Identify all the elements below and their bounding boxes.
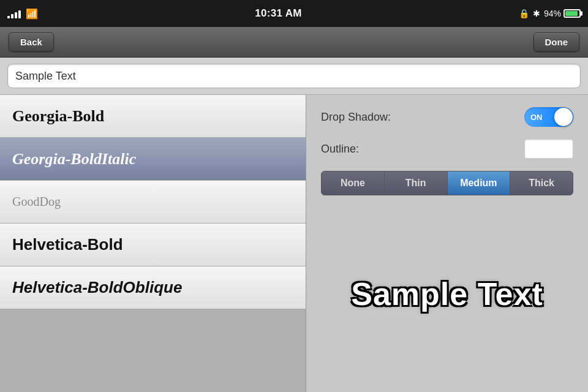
font-item-label: GoodDog <box>12 195 61 209</box>
wifi-icon: 📶 <box>26 8 38 20</box>
font-item-label: Helvetica-BoldOblique <box>12 278 182 297</box>
toggle-knob <box>554 108 573 126</box>
text-input-bar <box>0 58 588 95</box>
font-list: Georgia-Bold Georgia-BoldItalic GoodDog … <box>0 95 306 392</box>
signal-bar-1 <box>7 16 10 18</box>
font-item-georgia-bolditalic[interactable]: Georgia-BoldItalic <box>0 138 306 181</box>
status-left: 📶 <box>7 8 38 20</box>
battery-container: 94% <box>544 9 581 18</box>
signal-bar-3 <box>15 12 17 18</box>
sample-text-display: Sample Text <box>351 276 543 312</box>
signal-bar-4 <box>18 10 21 18</box>
segment-medium[interactable]: Medium <box>448 172 511 195</box>
outline-row: Outline: <box>321 139 573 159</box>
done-button[interactable]: Done <box>533 32 580 51</box>
battery-fill <box>565 11 578 16</box>
right-panel: Drop Shadow: ON Outline: None Thin Mediu… <box>306 95 588 392</box>
bluetooth-icon: ✱ <box>533 9 540 18</box>
segmented-control: None Thin Medium Thick <box>321 171 573 195</box>
signal-bar-2 <box>11 14 13 18</box>
font-item-label: Helvetica-Bold <box>12 235 123 254</box>
font-item-georgia-bold[interactable]: Georgia-Bold <box>0 95 306 138</box>
segment-none[interactable]: None <box>322 172 385 195</box>
drop-shadow-toggle[interactable]: ON <box>524 107 573 127</box>
segment-thin[interactable]: Thin <box>385 172 448 195</box>
drop-shadow-label: Drop Shadow: <box>321 111 391 124</box>
outline-label: Outline: <box>321 143 359 156</box>
segment-thick[interactable]: Thick <box>510 172 573 195</box>
back-button[interactable]: Back <box>9 32 54 51</box>
lock-icon: 🔒 <box>519 9 529 18</box>
nav-bar: Back Done <box>0 27 588 58</box>
battery-percent: 94% <box>544 9 561 18</box>
signal-bars <box>7 9 21 18</box>
status-time: 10:31 AM <box>255 7 301 20</box>
font-item-helvetica-bold[interactable]: Helvetica-Bold <box>0 224 306 266</box>
main-content: Georgia-Bold Georgia-BoldItalic GoodDog … <box>0 58 588 392</box>
status-bar: 📶 10:31 AM 🔒 ✱ 94% <box>0 0 588 27</box>
outline-color-box[interactable] <box>524 139 573 159</box>
font-item-label: Georgia-BoldItalic <box>12 150 136 168</box>
toggle-on-text: ON <box>530 113 543 122</box>
sample-text-input[interactable] <box>7 64 581 88</box>
sample-preview: Sample Text <box>321 208 573 380</box>
drop-shadow-row: Drop Shadow: ON <box>321 107 573 127</box>
content-area: Georgia-Bold Georgia-BoldItalic GoodDog … <box>0 95 588 392</box>
font-item-gooddog[interactable]: GoodDog <box>0 181 306 224</box>
status-right: 🔒 ✱ 94% <box>519 9 581 18</box>
font-item-label: Georgia-Bold <box>12 107 104 126</box>
font-item-helvetica-boldoblique[interactable]: Helvetica-BoldOblique <box>0 266 306 309</box>
battery-icon <box>564 9 581 18</box>
